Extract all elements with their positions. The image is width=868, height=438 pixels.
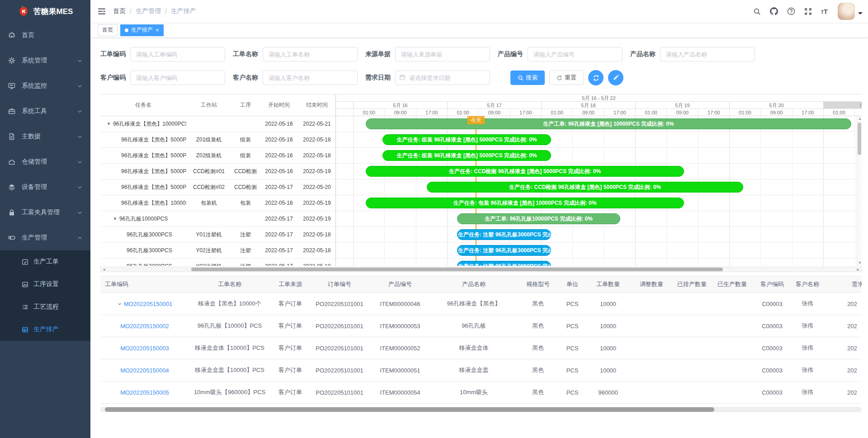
- gantt-bar-task[interactable]: 生产任务: 注塑 96孔孔板3000PCS 完成比例: 0%: [457, 261, 551, 266]
- gantt-row[interactable]: 96孔移液盒【黑色】10000PCS 包装机 包装 2022-05-16 202…: [100, 195, 335, 211]
- production-submenu: 生产工单 工序设置 工艺流程 生产排产: [0, 250, 90, 341]
- gantt-bar-task[interactable]: 生产任务: CCD检测 96孔移液盒 [黑色] 5000PCS 完成比例: 0%: [427, 182, 743, 193]
- sidebar-item-home[interactable]: 首页: [0, 23, 90, 48]
- tab-production-scheduling[interactable]: 生产排产 ×: [120, 24, 164, 36]
- workorder-link[interactable]: MO202205150001: [124, 301, 173, 307]
- product-name-input[interactable]: [660, 47, 755, 61]
- avatar[interactable]: [838, 3, 855, 20]
- cell: 202: [823, 323, 862, 330]
- fullscreen-icon[interactable]: [800, 8, 816, 15]
- sidebar-item-production-mgmt[interactable]: 生产管理: [0, 225, 90, 250]
- gantt-row[interactable]: 96孔移液盒【黑色】5000PCS CCD检测#01 CCD检测 2022-05…: [100, 164, 335, 179]
- sidebar-item-warehouse-mgmt[interactable]: 仓储管理: [0, 149, 90, 174]
- gantt-bar-task[interactable]: 生产任务: CCD检测 96孔移液盒 [黑色] 5000PCS 完成比例: 0%: [366, 166, 684, 177]
- gantt-bar-task[interactable]: 生产任务: 组装 96孔移液盒 [黑色] 5000PCS 完成比例: 0%: [382, 150, 551, 161]
- gantt-vertical-scrollbar[interactable]: ▲ ▼: [857, 116, 862, 266]
- scrollbar-thumb[interactable]: [105, 407, 714, 412]
- refresh-circle-button[interactable]: [588, 70, 604, 85]
- product-code-input[interactable]: [528, 47, 623, 61]
- task-name: 96孔移液盒【黑色】10000PCS: [113, 120, 186, 128]
- help-icon[interactable]: [783, 7, 800, 15]
- hamburger-icon[interactable]: [90, 7, 113, 16]
- cell: PO202205101001: [310, 345, 369, 352]
- source-doc-input[interactable]: [395, 47, 490, 61]
- gantt-row[interactable]: ▼96孔移液盒【黑色】10000PCS 2022-05-16 2022-05-2…: [100, 116, 335, 132]
- active-tab-dot: [125, 28, 128, 32]
- reset-button[interactable]: 重置: [549, 71, 584, 85]
- col-order-number: 订单编号: [310, 280, 369, 288]
- edit-circle-button[interactable]: [608, 70, 623, 85]
- order-code-input[interactable]: [130, 47, 225, 61]
- table-row[interactable]: MO202205150001 移液盒【黑色】10000个 客户订单 PO2022…: [100, 293, 862, 315]
- toggle-icon: [8, 234, 15, 241]
- gantt-row[interactable]: ▼96孔孔板10000PCS 2022-05-17 2022-05-19: [100, 211, 335, 227]
- customer-code-input[interactable]: [130, 71, 225, 85]
- workorder-link[interactable]: MO202205150002: [120, 323, 169, 330]
- sidebar-item-process-settings[interactable]: 工序设置: [0, 273, 90, 296]
- customer-name-input[interactable]: [263, 71, 358, 85]
- table-row[interactable]: MO202205150004 移液盒盒盖【10000】PCS 客户订单 PO20…: [100, 359, 862, 381]
- gantt-bar-task[interactable]: 生产任务: 包装 96孔移液盒 [黑色] 10000PCS 完成比例: 0%: [366, 198, 684, 208]
- start-time: 2022-05-16: [259, 152, 298, 159]
- sidebar-item-system-tools[interactable]: 系统工具: [0, 99, 90, 124]
- collapse-icon[interactable]: ▼: [113, 217, 117, 221]
- sidebar-item-master-data[interactable]: 主数据: [0, 124, 90, 149]
- scroll-left-icon[interactable]: ◄: [102, 268, 106, 272]
- cell: 黑色: [516, 344, 560, 352]
- reset-button-label: 重置: [565, 74, 576, 82]
- tab-home[interactable]: 首页: [98, 24, 118, 36]
- github-icon[interactable]: [765, 7, 783, 15]
- workorder-link[interactable]: MO202205150005: [120, 389, 169, 396]
- cell: PO202205101001: [310, 301, 369, 307]
- table-row[interactable]: MO202205150003 移液盒盒体【10000】PCS 客户订单 PO20…: [100, 337, 862, 359]
- scroll-down-icon[interactable]: ▼: [858, 261, 862, 265]
- scroll-right-icon[interactable]: ►: [856, 268, 860, 272]
- sidebar-item-label: 设备管理: [22, 183, 77, 191]
- gantt-bar-task[interactable]: 生产任务: 组装 96孔移液盒 [黑色] 5000PCS 完成比例: 0%: [382, 134, 551, 145]
- timeline-hour: 01:00: [729, 109, 760, 116]
- start-time: 2022-05-16: [259, 121, 298, 127]
- gantt-row[interactable]: 96孔孔板3000PCS Y03注塑机 注塑 2022-05-17 2022-0…: [100, 259, 335, 266]
- scrollbar-thumb[interactable]: [858, 122, 861, 155]
- scrollbar-thumb[interactable]: [191, 268, 723, 271]
- gantt-row[interactable]: 96孔孔板3000PCS Y01注塑机 注塑 2022-05-17 2022-0…: [100, 227, 335, 243]
- table-horizontal-scrollbar[interactable]: [100, 407, 862, 412]
- sidebar-item-fixture-mgmt[interactable]: 工装夹具管理: [0, 200, 90, 225]
- demand-date-input[interactable]: [395, 71, 490, 85]
- breadcrumb-production-mgmt[interactable]: 生产管理: [136, 7, 161, 15]
- gantt-bar-task[interactable]: 生产任务: 注塑 96孔孔板3000PCS 完成比例: 0%: [457, 245, 551, 256]
- gantt-bar-workorder[interactable]: 生产工单: 96孔移液盒 [黑色] 10000PCS 完成比例: 0%: [366, 118, 851, 129]
- sidebar-item-system-mgmt[interactable]: 系统管理: [0, 48, 90, 73]
- sidebar-item-production-scheduling[interactable]: 生产排产: [0, 318, 90, 341]
- breadcrumb-home[interactable]: 首页: [113, 7, 126, 15]
- search-icon[interactable]: [749, 8, 765, 15]
- avatar-caret-icon[interactable]: [858, 12, 863, 17]
- table-row[interactable]: MO202205150002 96孔孔板【10000】PCS 客户订单 PO20…: [100, 315, 862, 337]
- expand-caret-icon[interactable]: [117, 301, 122, 306]
- app-logo[interactable]: 苦糖果MES: [0, 0, 90, 23]
- table-row[interactable]: MO202205150005 10mm吸头【960000】PCS 客户订单 PO…: [100, 381, 862, 404]
- gantt-horizontal-scrollbar[interactable]: ◄ ►: [100, 267, 862, 272]
- close-icon[interactable]: ×: [156, 27, 159, 33]
- search-button[interactable]: 搜索: [510, 71, 545, 85]
- gantt-bar-workorder[interactable]: 生产工单: 96孔孔板10000PCS 完成比例: 0%: [457, 213, 620, 224]
- collapse-icon[interactable]: ▼: [107, 122, 111, 126]
- sidebar-item-system-monitor[interactable]: 系统监控: [0, 73, 90, 99]
- gantt-row[interactable]: 96孔移液盒【黑色】5000PCS Z01组装机 组装 2022-05-16 2…: [100, 132, 335, 148]
- scroll-up-icon[interactable]: ▲: [858, 117, 862, 121]
- form-buttons: 搜索 重置: [510, 70, 623, 85]
- gantt-row[interactable]: 96孔移液盒【黑色】5000PCS CCD检测#02 CCD检测 2022-05…: [100, 179, 335, 195]
- gantt-bar-task[interactable]: 生产任务: 注塑 96孔孔板3000PCS 完成比例: 0%: [457, 229, 551, 240]
- gantt-row[interactable]: 96孔孔板3000PCS Y02注塑机 注塑 2022-05-17 2022-0…: [100, 243, 335, 259]
- workorder-link[interactable]: MO202205150004: [120, 367, 169, 374]
- end-time: 2022-05-19: [298, 168, 335, 174]
- order-name-input[interactable]: [263, 47, 358, 61]
- workorder-link[interactable]: MO202205150003: [120, 345, 169, 352]
- cell: 10000: [585, 367, 631, 374]
- cell: 202: [823, 345, 862, 352]
- sidebar-item-process-flow[interactable]: 工艺流程: [0, 296, 90, 318]
- font-size-icon[interactable]: TT: [816, 8, 832, 15]
- sidebar-item-equipment-mgmt[interactable]: 设备管理: [0, 174, 90, 200]
- gantt-row[interactable]: 96孔移液盒【黑色】5000PCS Z02组装机 组装 2022-05-16 2…: [100, 148, 335, 164]
- sidebar-item-production-workorder[interactable]: 生产工单: [0, 250, 90, 273]
